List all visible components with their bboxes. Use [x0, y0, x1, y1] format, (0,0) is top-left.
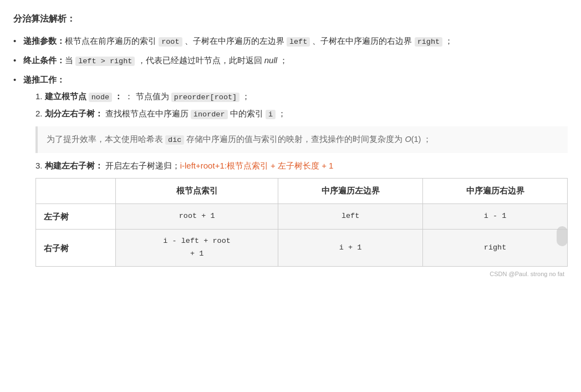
bullet1-text3: 、子树在中序遍历的右边界 — [310, 36, 414, 45]
sub1-label: 建立根节点 — [45, 91, 89, 101]
bullet2-label: 终止条件： — [23, 55, 65, 65]
sub1-num: 1. — [35, 91, 43, 101]
table-header-2: 中序遍历左边界 — [278, 179, 423, 204]
blockquote-code1: dic — [165, 135, 184, 145]
row1-col3: i - 1 — [423, 203, 568, 230]
table-row: 左子树 root + 1 left i - 1 — [36, 203, 568, 230]
bullet2-text1: 当 — [65, 55, 75, 65]
row1-name: 左子树 — [36, 203, 116, 230]
bullet3-label: 递推工作： — [23, 75, 65, 84]
sub2-end: ； — [276, 109, 286, 118]
bullet2-italic1: null — [264, 55, 277, 65]
sub-list-item-2: 2.划分左右子树： 查找根节点在中序遍历 inorder 中的索引 i ； — [35, 106, 568, 121]
bullet2-text3: ； — [277, 55, 288, 65]
sub1-colon: ： — [112, 91, 123, 101]
row2-col3: right — [423, 230, 568, 267]
sub2-num: 2. — [35, 109, 43, 118]
main-list: 递推参数：根节点在前序遍历的索引 root 、子树在中序遍历的左边界 left … — [13, 34, 568, 279]
watermark: CSDN @Paul. strong no fat — [35, 269, 568, 279]
sub2-label: 划分左右子树： — [45, 109, 103, 118]
table-header-3: 中序遍历右边界 — [423, 179, 568, 204]
list-item-recursive-work: 递推工作： 1.建立根节点 node ： ： 节点值为 preorder[roo… — [13, 73, 568, 279]
sub3-num: 3. — [35, 161, 43, 170]
data-table: 根节点索引 中序遍历左边界 中序遍历右边界 左子树 root + 1 left … — [35, 178, 568, 267]
blockquote-text1: 为了提升效率，本文使用哈希表 — [47, 135, 165, 144]
sub-list-item-1: 1.建立根节点 node ： ： 节点值为 preorder[root] ； — [35, 89, 568, 104]
sub2-code2: i — [266, 110, 276, 119]
row2-name: 右子树 — [36, 230, 116, 267]
scrollbar-indicator[interactable] — [557, 226, 568, 246]
row1-col2: left — [278, 203, 423, 230]
bullet1-label: 递推参数： — [23, 36, 65, 45]
sub1-code2: preorder[root] — [171, 93, 239, 102]
row1-col1: root + 1 — [116, 203, 278, 230]
sub1-code: node — [89, 93, 112, 102]
bullet1-text2: 、子树在中序遍历的左边界 — [182, 36, 287, 45]
sub2-text2: 中的索引 — [228, 109, 266, 118]
table-header-0 — [36, 179, 116, 204]
sub-list-3: 3.构建左右子树： 开启左右子树递归；i-left+root+1:根节点索引 +… — [23, 159, 568, 173]
bullet1-code3: right — [415, 37, 443, 47]
bullet1-text4: ； — [442, 36, 453, 45]
sub3-text: 开启左右子树递归； — [103, 161, 180, 170]
table-row: 右子树 i - left + root + 1 i + 1 right — [36, 230, 568, 267]
bullet1-text1: 根节点在前序遍历的索引 — [65, 36, 159, 45]
table-header-row: 根节点索引 中序遍历左边界 中序遍历右边界 — [36, 179, 568, 204]
blockquote-box: 为了提升效率，本文使用哈希表 dic 存储中序遍历的值与索引的映射，查找操作的时… — [35, 126, 568, 152]
blockquote-italic1: O — [405, 135, 411, 144]
sub3-label: 构建左右子树： — [45, 161, 103, 170]
sub-list: 1.建立根节点 node ： ： 节点值为 preorder[root] ； 2… — [23, 89, 568, 121]
sub3-red-text: i-left+root+1:根节点索引 + 左子树长度 + 1 — [180, 161, 334, 170]
page-title: 分治算法解析： — [13, 11, 568, 26]
blockquote-text3: (1) ； — [411, 135, 432, 144]
blockquote-text2: 存储中序遍历的值与索引的映射，查找操作的时间复杂度为 — [184, 135, 405, 144]
bullet1-code1: root — [159, 37, 182, 47]
list-item-termination: 终止条件：当 left > right ，代表已经越过叶节点，此时返回 null… — [13, 53, 568, 68]
list-item-recursive-params: 递推参数：根节点在前序遍历的索引 root 、子树在中序遍历的左边界 left … — [13, 34, 568, 49]
sub-list-item-3: 3.构建左右子树： 开启左右子树递归；i-left+root+1:根节点索引 +… — [35, 159, 568, 173]
bullet2-text2: ，代表已经越过叶节点，此时返回 — [135, 55, 264, 65]
bullet2-code1: left > right — [75, 57, 135, 66]
row2-col2: i + 1 — [278, 230, 423, 267]
row2-col1: i - left + root + 1 — [116, 230, 278, 267]
sub2-code: inorder — [191, 110, 228, 119]
bullet1-code2: left — [287, 37, 310, 47]
sub1-end: ； — [239, 91, 250, 101]
sub1-text: ： 节点值为 — [123, 91, 171, 101]
sub2-text: 查找根节点在中序遍历 — [103, 109, 191, 118]
table-header-1: 根节点索引 — [116, 179, 278, 204]
table-container: 根节点索引 中序遍历左边界 中序遍历右边界 左子树 root + 1 left … — [35, 178, 568, 279]
